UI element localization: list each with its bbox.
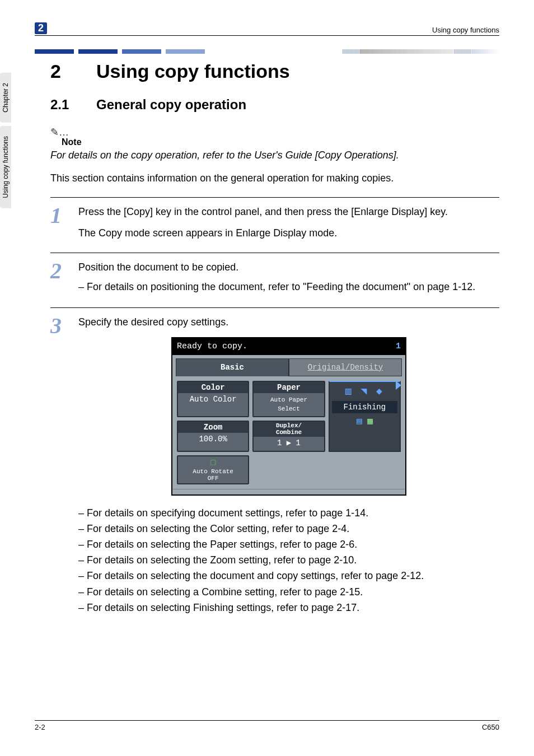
page-footer: 2-2 C650 bbox=[35, 720, 499, 731]
step-1-sub: The Copy mode screen appears in Enlarge … bbox=[78, 226, 499, 240]
tab-basic[interactable]: Basic bbox=[176, 358, 289, 376]
color-label: Color bbox=[178, 382, 248, 393]
finishing-button[interactable]: ▥ ◥ ◆ Finishing ▤ ▦ bbox=[329, 381, 401, 452]
color-value: Auto Color bbox=[190, 395, 237, 404]
auto-rotate-icon: ▢ bbox=[179, 458, 247, 468]
step-3-bullet-6: For details on selecting Finishing setti… bbox=[78, 600, 499, 615]
footer-model: C650 bbox=[482, 723, 499, 731]
footer-page: 2-2 bbox=[35, 723, 45, 731]
page-title: 2Using copy functions bbox=[50, 60, 499, 82]
side-tab-chapter: Chapter 2 bbox=[0, 73, 11, 123]
duplex-value: 1 ▶ 1 bbox=[277, 438, 301, 447]
zoom-label: Zoom bbox=[178, 422, 248, 433]
step-1-num: 1 bbox=[50, 204, 68, 240]
section-num: 2.1 bbox=[50, 97, 96, 113]
intro-text: This section contains information on the… bbox=[50, 171, 499, 185]
auto-rotate-l2: OFF bbox=[208, 475, 219, 482]
auto-rotate-button[interactable]: ▢ Auto Rotate OFF bbox=[177, 455, 249, 484]
paper-label: Paper bbox=[254, 382, 324, 393]
zoom-value: 100.0% bbox=[199, 435, 227, 444]
page-header: 2 Using copy functions bbox=[35, 22, 499, 36]
title-text: Using copy functions bbox=[96, 60, 290, 82]
step-1: 1 Press the [Copy] key in the control pa… bbox=[50, 197, 499, 240]
side-tab-section: Using copy functions bbox=[0, 126, 11, 208]
step-3: 3 Specify the desired copy settings. Rea… bbox=[50, 307, 499, 616]
step-2-num: 2 bbox=[50, 260, 68, 295]
section-title: 2.1General copy operation bbox=[50, 97, 499, 113]
step-2-main: Position the document to be copied. bbox=[78, 260, 499, 274]
step-3-bullet-1: For details on selecting the Color setti… bbox=[78, 521, 499, 536]
step-3-num: 3 bbox=[50, 315, 68, 616]
step-1-main: Press the [Copy] key in the control pane… bbox=[78, 204, 499, 219]
paper-value-l2: Select bbox=[278, 405, 300, 412]
finishing-label: Finishing bbox=[332, 401, 397, 413]
finishing-icons-top: ▥ ◥ ◆ bbox=[332, 384, 397, 399]
duplex-combine-button[interactable]: Duplex/Combine 1 ▶ 1 bbox=[252, 421, 325, 452]
step-3-bullet-3: For details on selecting the Zoom settin… bbox=[78, 553, 499, 567]
section-text: General copy operation bbox=[96, 97, 246, 112]
step-3-bullet-0: For details on specifying document setti… bbox=[78, 506, 499, 520]
screen-count: 1 bbox=[396, 340, 401, 353]
decorative-strip bbox=[35, 49, 499, 54]
paper-value-l1: Auto Paper bbox=[270, 396, 307, 403]
step-2: 2 Position the document to be copied. Fo… bbox=[50, 253, 499, 295]
screen-status: Ready to copy. bbox=[177, 340, 247, 353]
tab-original-density[interactable]: Original/Density bbox=[289, 358, 402, 376]
note-label: Note bbox=[62, 137, 499, 147]
step-3-bullet-4: For details on selecting the document an… bbox=[78, 568, 499, 583]
running-title: Using copy functions bbox=[432, 26, 499, 34]
step-3-bullet-2: For details on selecting the Paper setti… bbox=[78, 537, 499, 552]
step-3-main: Specify the desired copy settings. bbox=[78, 315, 499, 329]
finishing-icons-bot: ▤ ▦ bbox=[332, 416, 397, 428]
paper-button[interactable]: Paper Auto Paper Select bbox=[252, 381, 325, 417]
note-body: For details on the copy operation, refer… bbox=[50, 150, 499, 161]
duplex-label: Duplex/Combine bbox=[254, 422, 324, 437]
step-3-bullet-5: For details on selecting a Combine setti… bbox=[78, 585, 499, 599]
title-num: 2 bbox=[50, 60, 96, 82]
color-button[interactable]: Color Auto Color bbox=[177, 381, 249, 417]
touchscreen: Ready to copy. 1 Basic Original/Density … bbox=[171, 337, 406, 496]
zoom-button[interactable]: Zoom 100.0% bbox=[177, 421, 249, 452]
note-icon: ✎… bbox=[50, 126, 499, 138]
step-2-bullet-0: For details on positioning the document,… bbox=[78, 279, 499, 294]
auto-rotate-l1: Auto Rotate bbox=[193, 468, 233, 475]
chapter-chip: 2 bbox=[35, 22, 47, 34]
